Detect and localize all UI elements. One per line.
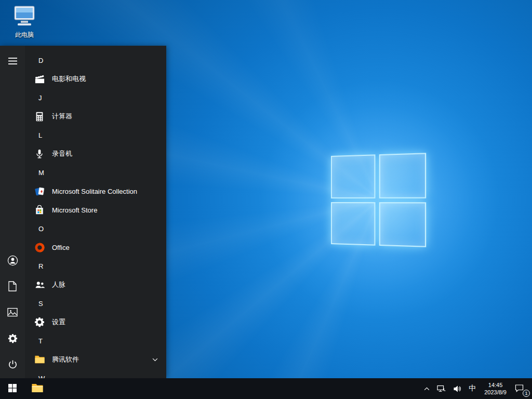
network-icon[interactable] — [433, 378, 449, 399]
logo-pane — [379, 202, 426, 247]
system-tray: 中 14:45 2023/8/9 1 — [420, 378, 532, 399]
hamburger-icon[interactable] — [6, 54, 19, 68]
start-button[interactable] — [0, 378, 25, 399]
app-label: Office — [52, 244, 70, 251]
power-icon[interactable] — [6, 357, 19, 371]
action-center-button[interactable]: 1 — [511, 378, 530, 399]
app-item-office[interactable]: Office — [25, 238, 166, 257]
calculator-icon — [33, 110, 46, 123]
people-icon — [33, 278, 46, 291]
logo-pane — [379, 153, 426, 198]
tray-clock[interactable]: 14:45 2023/8/9 — [480, 381, 511, 396]
section-letter-o[interactable]: O — [25, 219, 166, 238]
notification-badge: 1 — [523, 390, 530, 397]
app-item-settings[interactable]: 设置 — [25, 313, 166, 331]
app-label: 人脉 — [52, 280, 65, 289]
app-item-calculator[interactable]: 计算器 — [25, 107, 166, 126]
section-letter-label: D — [38, 57, 43, 64]
desktop-icon-label: 此电脑 — [15, 31, 34, 39]
ime-indicator[interactable]: 中 — [465, 378, 480, 399]
start-menu-rail — [0, 46, 25, 378]
chevron-down-icon[interactable] — [152, 358, 158, 362]
windows-logo-icon — [8, 384, 17, 394]
desktop-icon-this-pc[interactable]: 此电脑 — [4, 5, 45, 39]
section-letter-label: O — [38, 225, 44, 233]
file-explorer-icon — [31, 383, 44, 395]
app-item-tencent-folder[interactable]: 腾讯软件 — [25, 350, 166, 369]
rail-bottom-group — [6, 254, 19, 378]
section-letter-j[interactable]: J — [25, 88, 166, 107]
logo-pane — [331, 202, 375, 246]
section-letter-label: L — [38, 131, 42, 139]
store-icon — [33, 204, 46, 216]
pictures-icon[interactable] — [6, 305, 19, 319]
section-letter-s[interactable]: S — [25, 294, 166, 313]
section-letter-label: W — [38, 375, 45, 379]
documents-icon[interactable] — [6, 280, 19, 293]
start-menu: D 电影和电视 J — [0, 46, 166, 378]
app-item-movies-tv[interactable]: 电影和电视 — [25, 70, 166, 88]
section-letter-label: S — [38, 300, 43, 308]
app-label: 设置 — [52, 317, 65, 327]
section-letter-label: M — [38, 169, 44, 177]
movies-tv-icon — [33, 73, 46, 85]
tray-chevron-up-icon[interactable] — [420, 378, 433, 399]
app-label: 计算器 — [52, 112, 72, 121]
app-label: Microsoft Solitaire Collection — [52, 188, 137, 195]
section-letter-r[interactable]: R — [25, 257, 166, 275]
file-explorer-button[interactable] — [25, 378, 50, 399]
tray-time: 14:45 — [488, 381, 503, 389]
ime-label: 中 — [469, 384, 476, 393]
app-label: 腾讯软件 — [52, 355, 79, 364]
folder-icon — [33, 353, 46, 366]
app-item-voice-recorder[interactable]: 录音机 — [25, 144, 166, 163]
section-letter-t[interactable]: T — [25, 331, 166, 350]
computer-icon — [13, 5, 36, 29]
app-label: 电影和电视 — [52, 74, 86, 84]
section-letter-d[interactable]: D — [25, 51, 166, 70]
section-letter-w[interactable]: W — [25, 369, 166, 378]
start-menu-app-list: D 电影和电视 J — [25, 46, 166, 378]
logo-pane — [331, 154, 375, 198]
app-item-solitaire[interactable]: Microsoft Solitaire Collection — [25, 182, 166, 201]
section-letter-m[interactable]: M — [25, 163, 166, 182]
app-label: 录音机 — [52, 149, 72, 158]
app-item-people[interactable]: 人脉 — [25, 275, 166, 294]
wallpaper-windows-logo — [331, 153, 426, 247]
voice-recorder-icon — [33, 148, 46, 160]
app-label: Microsoft Store — [52, 206, 97, 214]
app-item-microsoft-store[interactable]: Microsoft Store — [25, 201, 166, 219]
section-letter-label: R — [38, 262, 43, 270]
solitaire-icon — [33, 185, 46, 197]
section-letter-label: J — [38, 94, 42, 102]
account-icon[interactable] — [6, 254, 19, 267]
settings-icon — [33, 316, 46, 328]
section-letter-label: T — [38, 337, 43, 345]
settings-icon[interactable] — [6, 331, 19, 345]
volume-icon[interactable] — [449, 378, 465, 399]
office-icon — [33, 241, 46, 254]
section-letter-l[interactable]: L — [25, 126, 166, 144]
taskbar: 中 14:45 2023/8/9 1 — [0, 378, 532, 399]
tray-date: 2023/8/9 — [484, 389, 507, 396]
